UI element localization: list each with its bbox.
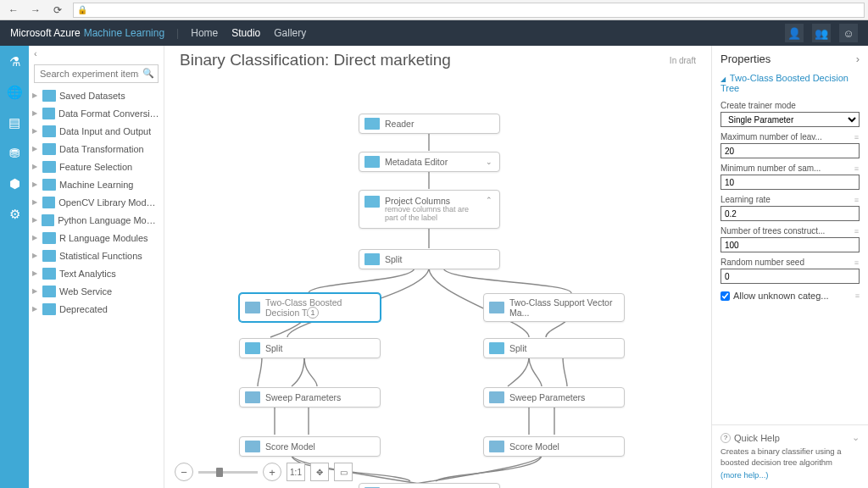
browser-back-button[interactable]: ← <box>3 2 24 19</box>
nav-gallery[interactable]: Gallery <box>274 27 306 39</box>
module-icon <box>364 156 380 168</box>
module-name: ◢ Two-Class Boosted Decision Tree <box>712 71 868 98</box>
browser-url-bar[interactable]: 🔒 <box>73 3 865 18</box>
param-input-seed[interactable] <box>721 269 860 284</box>
node-metadata-editor[interactable]: Metadata Editor ⌄ <box>359 152 500 172</box>
node-score-model-left[interactable]: Score Model <box>239 436 381 457</box>
zoom-thumb[interactable] <box>216 468 223 477</box>
param-checkbox-unknown[interactable] <box>721 291 730 301</box>
palette-item-label: Web Service <box>59 286 112 297</box>
palette-item-label: Statistical Functions <box>59 251 142 261</box>
quickhelp-body: Creates a binary classifier using a boos… <box>721 446 860 468</box>
module-icon <box>42 303 56 315</box>
palette-item-label: Feature Selection <box>59 162 132 172</box>
module-icon <box>364 253 380 265</box>
model-icon <box>489 441 504 452</box>
palette-item-saved-datasets[interactable]: ▶Saved Datasets <box>29 86 164 104</box>
node-evaluate-model[interactable]: Evaluate Model <box>359 483 500 488</box>
user-icon[interactable]: 👤 <box>785 24 804 42</box>
palette-item-label: Saved Datasets <box>59 91 125 101</box>
palette-item-data-format[interactable]: ▶Data Format Conversions <box>29 104 164 122</box>
rail-settings-icon[interactable]: ⚙ <box>5 205 24 224</box>
node-sweep-params-right[interactable]: Sweep Parameters <box>483 387 625 408</box>
zoom-actual-button[interactable]: ✥ <box>310 463 329 481</box>
properties-title: Properties <box>721 53 771 65</box>
node-two-class-svm[interactable]: Two-Class Support Vector Ma... <box>483 293 625 322</box>
palette-item-python[interactable]: ▶Python Language Modules <box>29 211 164 229</box>
palette-item-webservice[interactable]: ▶Web Service <box>29 282 164 300</box>
param-menu-icon[interactable]: ≡ <box>854 258 860 267</box>
param-menu-icon[interactable]: ≡ <box>854 164 860 173</box>
palette-item-deprecated[interactable]: ▶Deprecated <box>29 300 164 318</box>
node-score-model-right[interactable]: Score Model <box>483 436 625 457</box>
rail-flask-icon[interactable]: ⚗ <box>5 53 24 71</box>
module-icon <box>42 161 56 173</box>
param-menu-icon[interactable]: ≡ <box>854 133 860 141</box>
chevron-right-icon[interactable]: › <box>856 53 860 65</box>
palette-item-text[interactable]: ▶Text Analytics <box>29 264 164 282</box>
module-icon <box>245 342 260 354</box>
node-label: Split <box>385 254 402 264</box>
model-icon <box>245 441 260 452</box>
palette-item-data-io[interactable]: ▶Data Input and Output <box>29 122 164 140</box>
param-input-minsamp[interactable] <box>721 175 860 190</box>
nav-home[interactable]: Home <box>191 27 218 39</box>
palette-item-opencv[interactable]: ▶OpenCV Library Modules <box>29 193 164 211</box>
chevron-down-icon: ⌄ <box>481 158 492 166</box>
param-menu-icon[interactable]: ≡ <box>854 196 860 204</box>
zoom-slider[interactable] <box>198 471 258 474</box>
rail-notebook-icon[interactable]: ▤ <box>5 114 24 132</box>
zoom-out-button[interactable]: − <box>175 463 193 481</box>
zoom-in-button[interactable]: + <box>263 463 281 481</box>
node-split[interactable]: Split <box>359 249 500 269</box>
chevron-down-icon[interactable]: ⌄ <box>852 432 860 443</box>
palette-item-label: Machine Learning <box>59 180 133 190</box>
palette-search-input[interactable] <box>34 64 159 83</box>
chevron-right-icon: ▶ <box>32 109 39 117</box>
smile-icon[interactable]: ☺ <box>839 24 858 42</box>
node-reader[interactable]: Reader <box>359 114 500 134</box>
palette-item-label: Data Input and Output <box>59 126 151 136</box>
node-split-right[interactable]: Split <box>483 338 625 358</box>
left-rail: ⚗ 🌐 ▤ ⛃ ⬢ ⚙ <box>0 46 29 488</box>
browser-forward-button[interactable]: → <box>25 2 46 19</box>
palette-item-ml[interactable]: ▶Machine Learning <box>29 175 164 193</box>
node-label: Reader <box>385 119 414 129</box>
palette-item-stats[interactable]: ▶Statistical Functions <box>29 247 164 264</box>
node-label: Split <box>509 343 526 353</box>
browser-refresh-button[interactable]: ⟳ <box>47 2 68 19</box>
param-menu-icon[interactable]: ≡ <box>854 227 860 236</box>
rail-package-icon[interactable]: ⬢ <box>5 175 24 193</box>
node-project-columns[interactable]: Project Columns remove columns that are … <box>359 190 500 229</box>
param-input-leaves[interactable] <box>721 143 860 158</box>
param-label-minsamp: Minimum number of sam... <box>721 164 821 173</box>
param-input-ntrees[interactable] <box>721 237 860 252</box>
zoom-fit-button[interactable]: 1:1 <box>287 463 305 481</box>
module-icon <box>42 232 56 244</box>
quickhelp-more-link[interactable]: (more help...) <box>721 470 769 480</box>
experiment-canvas[interactable]: Reader Metadata Editor ⌄ Project Columns… <box>164 75 711 488</box>
param-input-lr[interactable] <box>721 206 860 221</box>
palette-item-feature-selection[interactable]: ▶Feature Selection <box>29 158 164 175</box>
param-select-trainer-mode[interactable]: Single Parameter <box>721 112 860 127</box>
experiment-title[interactable]: Binary Classification: Direct marketing <box>180 51 451 69</box>
palette-item-r[interactable]: ▶R Language Modules <box>29 229 164 247</box>
node-sweep-params-left[interactable]: Sweep Parameters <box>239 387 381 408</box>
module-palette: ‹ 🔍 ▶Saved Datasets ▶Data Format Convers… <box>29 46 164 488</box>
node-label: Score Model <box>509 441 559 452</box>
rail-data-icon[interactable]: ⛃ <box>5 144 24 163</box>
minimap-button[interactable]: ▭ <box>334 463 353 481</box>
node-split-left[interactable]: Split <box>239 338 381 358</box>
zoom-toolbar: − + 1:1 ✥ ▭ <box>175 463 353 481</box>
nav-studio[interactable]: Studio <box>231 27 260 39</box>
people-icon[interactable]: 👥 <box>812 24 831 42</box>
param-label-ntrees: Number of trees construct... <box>721 226 825 236</box>
param-menu-icon[interactable]: ≡ <box>855 291 860 300</box>
palette-item-data-transform[interactable]: ▶Data Transformation <box>29 140 164 158</box>
rail-globe-icon[interactable]: 🌐 <box>5 83 24 102</box>
palette-collapse-button[interactable]: ‹ <box>29 46 164 61</box>
search-icon: 🔍 <box>142 68 154 79</box>
node-label: Split <box>265 343 282 353</box>
chevron-right-icon: ▶ <box>32 269 39 277</box>
module-icon <box>42 268 56 280</box>
